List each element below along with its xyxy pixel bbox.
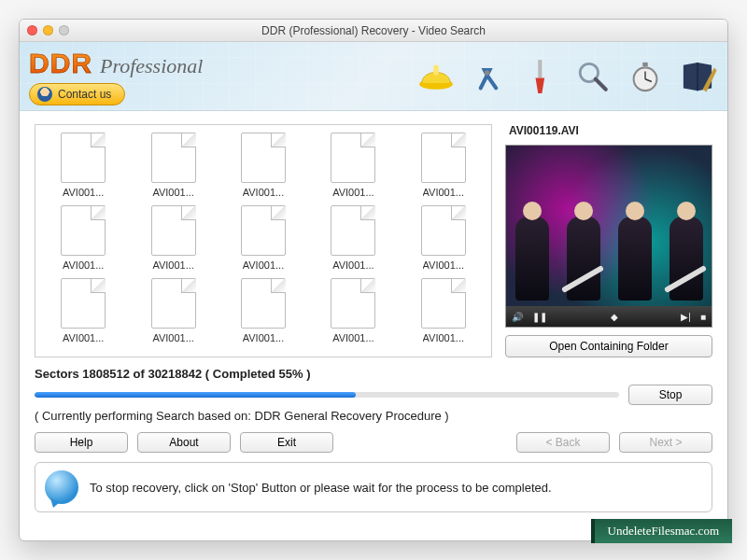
file-icon bbox=[59, 131, 107, 185]
file-label: AVI001... bbox=[243, 187, 284, 198]
file-item[interactable]: AVI001... bbox=[402, 276, 486, 343]
file-icon bbox=[329, 276, 377, 330]
file-label: AVI001... bbox=[243, 259, 284, 271]
file-icon bbox=[59, 276, 107, 330]
preview-image-content bbox=[506, 189, 712, 301]
svg-rect-7 bbox=[642, 62, 648, 65]
stopwatch-icon bbox=[625, 56, 666, 97]
svg-line-5 bbox=[596, 78, 606, 89]
file-icon bbox=[329, 131, 377, 185]
notebook-icon bbox=[677, 56, 718, 97]
progress-label: Sectors 1808512 of 30218842 ( Completed … bbox=[35, 367, 712, 381]
exit-button[interactable]: Exit bbox=[240, 432, 333, 453]
file-item[interactable]: AVI001... bbox=[221, 131, 305, 198]
playhead-icon[interactable]: ◆ bbox=[611, 312, 618, 322]
content-area: AVI001...AVI001...AVI001...AVI001...AVI0… bbox=[20, 111, 727, 540]
file-grid: AVI001...AVI001...AVI001...AVI001...AVI0… bbox=[41, 131, 486, 343]
banner-icons bbox=[416, 56, 718, 97]
file-item[interactable]: AVI001... bbox=[402, 131, 486, 198]
hint-text: To stop recovery, click on 'Stop' Button… bbox=[90, 481, 552, 495]
watermark-ribbon: UndeleteFilesmac.com bbox=[591, 519, 733, 543]
back-button: < Back bbox=[516, 432, 610, 453]
window-title: DDR (Professional) Recovery - Video Sear… bbox=[20, 24, 727, 37]
file-icon bbox=[329, 203, 377, 258]
file-label: AVI001... bbox=[332, 259, 374, 271]
stop-button[interactable]: Stop bbox=[628, 385, 712, 405]
file-icon bbox=[149, 131, 198, 185]
preview-thumbnail bbox=[506, 146, 712, 306]
brand-mark: DDR bbox=[29, 48, 92, 79]
progress-section: Sectors 1808512 of 30218842 ( Completed … bbox=[35, 367, 712, 423]
about-button[interactable]: About bbox=[137, 432, 231, 453]
contact-label: Contact us bbox=[58, 88, 111, 101]
file-item[interactable]: AVI001... bbox=[221, 276, 305, 343]
file-item[interactable]: AVI001... bbox=[221, 203, 305, 271]
file-item[interactable]: AVI001... bbox=[311, 203, 395, 271]
video-controls: 🔊 ❚❚ ◆ ▶| ■ bbox=[506, 306, 712, 327]
volume-icon[interactable]: 🔊 bbox=[512, 312, 523, 322]
file-item[interactable]: AVI001... bbox=[41, 203, 125, 271]
svg-rect-1 bbox=[433, 64, 439, 75]
footer-button-row: Help About Exit < Back Next > bbox=[35, 432, 712, 453]
screwdriver-icon bbox=[520, 56, 561, 97]
file-label: AVI001... bbox=[332, 332, 374, 343]
skip-next-icon[interactable]: ▶| bbox=[681, 312, 691, 322]
file-label: AVI001... bbox=[63, 332, 104, 343]
file-icon bbox=[149, 276, 198, 330]
hint-box: To stop recovery, click on 'Stop' Button… bbox=[35, 462, 712, 512]
file-item[interactable]: AVI001... bbox=[41, 131, 125, 198]
file-icon bbox=[239, 276, 288, 330]
file-item[interactable]: AVI001... bbox=[311, 131, 395, 198]
file-label: AVI001... bbox=[243, 332, 284, 343]
svg-point-2 bbox=[485, 70, 490, 76]
file-label: AVI001... bbox=[152, 187, 193, 198]
file-item[interactable]: AVI001... bbox=[311, 276, 395, 343]
pause-icon[interactable]: ❚❚ bbox=[532, 312, 547, 322]
file-label: AVI001... bbox=[63, 187, 104, 198]
preview-box: 🔊 ❚❚ ◆ ▶| ■ bbox=[505, 145, 712, 328]
progress-bar-row: Stop bbox=[35, 385, 712, 405]
file-label: AVI001... bbox=[423, 187, 464, 198]
app-window: DDR (Professional) Recovery - Video Sear… bbox=[19, 19, 728, 541]
hardhat-icon bbox=[416, 56, 457, 97]
file-label: AVI001... bbox=[423, 332, 464, 343]
file-icon bbox=[239, 203, 288, 258]
file-icon bbox=[239, 131, 288, 185]
brand-sub: Professional bbox=[100, 54, 203, 78]
file-item[interactable]: AVI001... bbox=[131, 203, 215, 271]
file-results-panel: AVI001...AVI001...AVI001...AVI001...AVI0… bbox=[35, 124, 492, 357]
file-label: AVI001... bbox=[332, 187, 374, 198]
file-label: AVI001... bbox=[63, 259, 104, 271]
upper-section: AVI001...AVI001...AVI001...AVI001...AVI0… bbox=[35, 124, 712, 357]
file-icon bbox=[59, 203, 107, 258]
file-item[interactable]: AVI001... bbox=[131, 276, 215, 343]
help-button[interactable]: Help bbox=[35, 432, 128, 453]
svg-rect-3 bbox=[538, 60, 542, 77]
stop-playback-icon[interactable]: ■ bbox=[700, 312, 706, 322]
file-icon bbox=[149, 203, 198, 258]
preview-filename: AVI00119.AVI bbox=[505, 124, 712, 137]
titlebar: DDR (Professional) Recovery - Video Sear… bbox=[20, 20, 727, 42]
speech-bubble-icon bbox=[45, 470, 78, 504]
file-icon bbox=[419, 276, 468, 330]
open-containing-folder-button[interactable]: Open Containing Folder bbox=[505, 335, 712, 357]
logo-text: DDR Professional bbox=[29, 48, 203, 79]
file-icon bbox=[419, 203, 468, 258]
file-label: AVI001... bbox=[423, 259, 464, 271]
file-item[interactable]: AVI001... bbox=[41, 276, 125, 343]
file-item[interactable]: AVI001... bbox=[402, 203, 486, 271]
person-icon bbox=[37, 87, 52, 102]
file-icon bbox=[419, 131, 468, 185]
magnifier-icon bbox=[572, 56, 613, 97]
status-line: ( Currently performing Search based on: … bbox=[35, 409, 712, 423]
progress-fill bbox=[35, 392, 356, 398]
contact-us-button[interactable]: Contact us bbox=[29, 83, 125, 105]
next-button: Next > bbox=[619, 432, 712, 453]
file-label: AVI001... bbox=[152, 259, 193, 271]
file-item[interactable]: AVI001... bbox=[131, 131, 215, 198]
pliers-icon bbox=[468, 56, 509, 97]
preview-panel: AVI00119.AVI 🔊 ❚❚ bbox=[505, 124, 712, 357]
file-label: AVI001... bbox=[152, 332, 193, 343]
header-banner: DDR Professional Contact us bbox=[20, 42, 727, 111]
logo-block: DDR Professional Contact us bbox=[29, 48, 203, 105]
